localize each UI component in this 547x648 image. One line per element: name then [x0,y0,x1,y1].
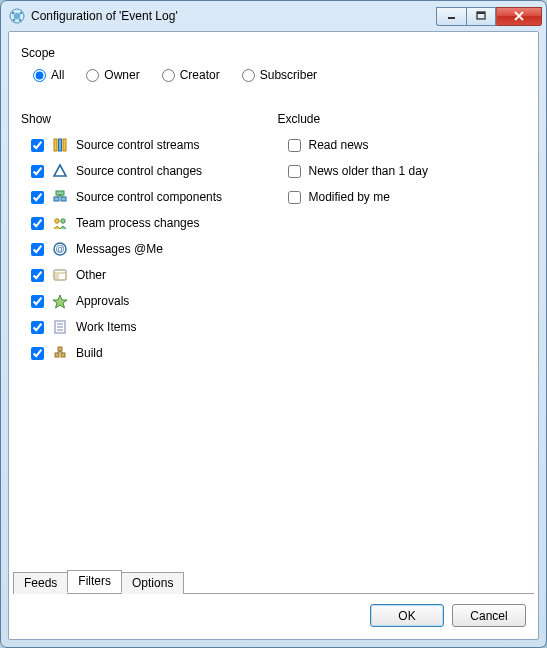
show-item-label: Approvals [76,294,129,308]
exclude-item: Modified by me [288,184,527,210]
svg-point-5 [19,19,22,22]
tab-filters[interactable]: Filters [67,570,122,593]
show-item: Source control streams [31,132,270,158]
show-checkbox[interactable] [31,321,44,334]
show-checkbox[interactable] [31,191,44,204]
show-item: Other [31,262,270,288]
show-item: Work Items [31,314,270,340]
ok-button[interactable]: OK [370,604,444,627]
scope-radio-label: Owner [104,68,139,82]
svg-point-18 [55,219,59,223]
svg-rect-29 [58,347,62,351]
scope-radio-owner[interactable] [86,69,99,82]
filters-panel: Scope AllOwnerCreatorSubscriber Show Sou… [9,32,538,569]
show-item-label: Other [76,268,106,282]
close-button[interactable] [496,7,542,26]
show-item: Source control changes [31,158,270,184]
show-checkbox[interactable] [31,139,44,152]
client-area: Scope AllOwnerCreatorSubscriber Show Sou… [8,31,539,640]
scope-radio-subscriber[interactable] [242,69,255,82]
show-item-label: Source control components [76,190,222,204]
svg-rect-30 [55,353,59,357]
scope-radio-label: Creator [180,68,220,82]
svg-rect-31 [61,353,65,357]
svg-rect-24 [55,274,59,279]
svg-point-3 [20,12,23,15]
scope-option-all[interactable]: All [33,68,64,82]
svg-point-4 [13,19,16,22]
scope-radio-group: AllOwnerCreatorSubscriber [21,66,526,92]
scope-option-creator[interactable]: Creator [162,68,220,82]
show-list: Source control streamsSource control cha… [21,132,270,366]
show-item-label: Build [76,346,103,360]
other-icon [52,267,68,283]
show-checkbox[interactable] [31,243,44,256]
show-item-label: Team process changes [76,216,199,230]
dialog-window: Configuration of 'Event Log' Scope AllOw… [0,0,547,648]
show-item: @Messages @Me [31,236,270,262]
show-item-label: Messages @Me [76,242,163,256]
build-icon [52,345,68,361]
svg-text:@: @ [55,244,64,254]
svg-point-1 [14,13,20,19]
scope-radio-label: Subscriber [260,68,317,82]
components-icon [52,189,68,205]
exclude-list: Read newsNews older than 1 dayModified b… [278,132,527,210]
exclude-checkbox[interactable] [288,191,301,204]
show-item: Approvals [31,288,270,314]
show-label: Show [21,112,270,126]
exclude-item: Read news [288,132,527,158]
maximize-button[interactable] [466,7,496,26]
show-checkbox[interactable] [31,165,44,178]
show-checkbox[interactable] [31,295,44,308]
tab-options[interactable]: Options [121,572,184,594]
tab-strip: FeedsFiltersOptions [9,569,538,593]
show-checkbox[interactable] [31,269,44,282]
exclude-item-label: Modified by me [309,190,390,204]
show-item-label: Source control changes [76,164,202,178]
exclude-item-label: News older than 1 day [309,164,428,178]
window-buttons [436,7,542,26]
minimize-button[interactable] [436,7,466,26]
dialog-button-row: OK Cancel [9,594,538,639]
show-item: Team process changes [31,210,270,236]
scope-radio-label: All [51,68,64,82]
exclude-column: Exclude Read newsNews older than 1 dayMo… [278,108,527,366]
show-item-label: Work Items [76,320,136,334]
app-icon [9,8,25,24]
scope-label: Scope [21,46,526,60]
titlebar: Configuration of 'Event Log' [1,1,546,31]
svg-rect-14 [61,197,66,201]
message-icon: @ [52,241,68,257]
team-icon [52,215,68,231]
show-item: Source control components [31,184,270,210]
svg-rect-12 [56,191,64,195]
streams-icon [52,137,68,153]
svg-point-2 [12,12,15,15]
tab-feeds[interactable]: Feeds [13,572,68,594]
changes-icon [52,163,68,179]
show-item-label: Source control streams [76,138,199,152]
show-item: Build [31,340,270,366]
exclude-item: News older than 1 day [288,158,527,184]
svg-rect-13 [54,197,59,201]
show-column: Show Source control streamsSource contro… [21,108,270,366]
scope-radio-all[interactable] [33,69,46,82]
scope-radio-creator[interactable] [162,69,175,82]
exclude-item-label: Read news [309,138,369,152]
approvals-icon [52,293,68,309]
cancel-button[interactable]: Cancel [452,604,526,627]
svg-rect-11 [63,139,66,151]
exclude-checkbox[interactable] [288,139,301,152]
show-checkbox[interactable] [31,347,44,360]
exclude-label: Exclude [278,112,527,126]
scope-option-owner[interactable]: Owner [86,68,139,82]
workitems-icon [52,319,68,335]
svg-point-19 [61,219,65,223]
window-title: Configuration of 'Event Log' [31,9,436,23]
exclude-checkbox[interactable] [288,165,301,178]
scope-option-subscriber[interactable]: Subscriber [242,68,317,82]
show-checkbox[interactable] [31,217,44,230]
svg-rect-9 [54,139,57,151]
svg-rect-10 [59,139,62,151]
